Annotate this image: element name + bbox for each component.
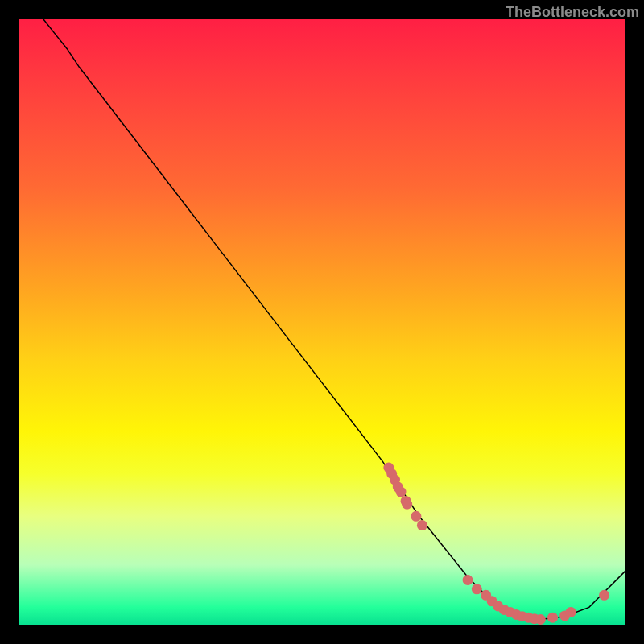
data-point xyxy=(472,584,482,594)
attribution-text: TheBottleneck.com xyxy=(506,4,639,21)
data-point xyxy=(599,590,609,601)
data-point xyxy=(411,511,421,522)
data-point xyxy=(535,614,546,625)
data-point xyxy=(402,499,412,510)
bottleneck-curve xyxy=(43,19,625,620)
data-point xyxy=(547,613,558,623)
data-point xyxy=(396,487,407,497)
data-point xyxy=(463,575,473,585)
chart-overlay xyxy=(19,19,625,625)
data-points xyxy=(383,463,609,625)
data-point xyxy=(566,607,576,617)
chart-frame: { "attribution": "TheBottleneck.com", "c… xyxy=(0,0,644,644)
data-point xyxy=(417,520,427,530)
